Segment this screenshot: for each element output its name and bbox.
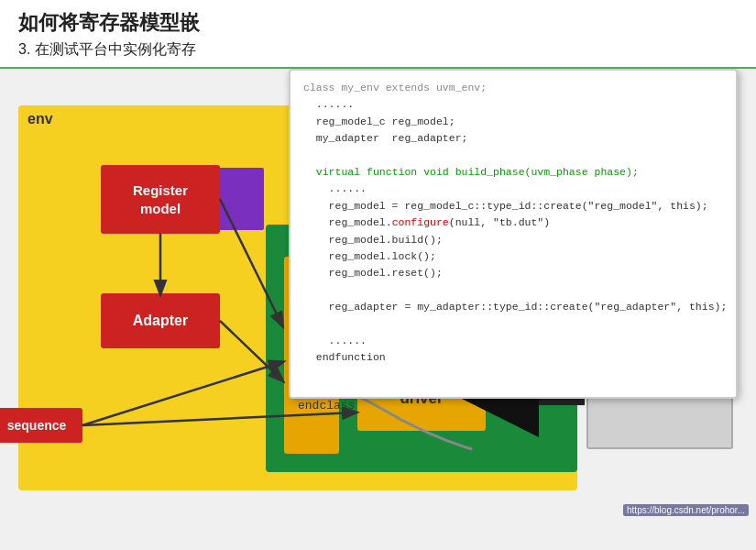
endclass-label: endclass [298,399,355,412]
code-popup: class my_env extends uvm_env; ...... reg… [289,69,738,399]
svg-line-1 [220,199,282,325]
svg-line-3 [82,362,282,425]
svg-line-4 [82,412,356,425]
top-area: 如何将寄存器模型嵌 3. 在测试平台中实例化寄存 [0,0,756,69]
watermark: https://blog.csdn.net/prohor... [623,504,749,516]
code-content: class my_env extends uvm_env; ...... reg… [290,71,736,376]
diagram-area: class my_env extends uvm_env; ...... reg… [0,69,756,518]
main-heading: 如何将寄存器模型嵌 [18,9,738,37]
sub-heading: 3. 在测试平台中实例化寄存 [18,40,738,60]
